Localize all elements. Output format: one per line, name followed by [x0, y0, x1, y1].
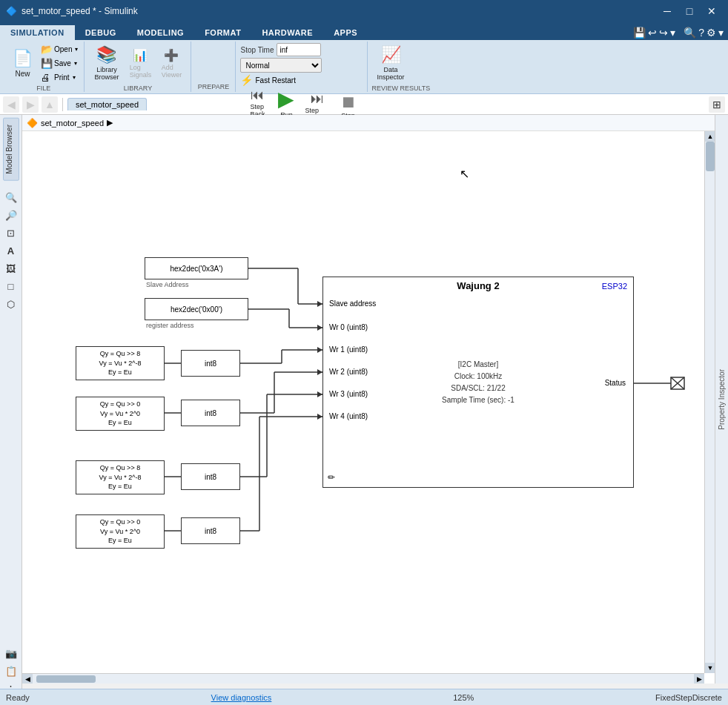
- maximize-button[interactable]: □: [679, 3, 700, 19]
- help-icon[interactable]: ?: [698, 27, 704, 39]
- svg-marker-34: [317, 391, 322, 397]
- scroll-thumb-v[interactable]: [706, 142, 715, 171]
- titlebar: 🔷 set_motor_speed * - Simulink ─ □ ✕: [0, 0, 728, 22]
- rect-tool[interactable]: □: [3, 279, 19, 295]
- step-forward-icon: ⏭: [311, 91, 324, 107]
- new-button[interactable]: 📄 New: [7, 43, 38, 83]
- svg-marker-32: [317, 347, 322, 353]
- window-title: set_motor_speed * - Simulink: [21, 6, 138, 16]
- stop-time-input[interactable]: [277, 43, 321, 56]
- main-wrapper: Model Browser 🔍 🔎 ⊡ A 🖼 □ ⬡ 📷 📋 ⋮ 🔶 set_…: [0, 115, 728, 700]
- prepare-group: PREPARE: [191, 42, 236, 92]
- ribbon-collapse-icon[interactable]: ▾: [718, 27, 724, 39]
- fit-view-tool[interactable]: ⊡: [3, 225, 19, 242]
- up-button: ▲: [42, 96, 58, 113]
- ribbon: SIMULATION DEBUG MODELING FORMAT HARDWAR…: [0, 22, 728, 94]
- vertical-scrollbar[interactable]: ▲ ▼: [704, 131, 715, 673]
- tab-simulation[interactable]: SIMULATION: [0, 25, 75, 40]
- toolbar-area: ◀ ▶ ▲ set_motor_speed ⊞: [0, 94, 728, 115]
- wajung-block[interactable]: Wajung 2 ESP32 Slave address Wr 0 (uint8…: [322, 277, 634, 488]
- hex2-block[interactable]: hex2dec('0x00'): [145, 298, 248, 320]
- model-browser-tab[interactable]: Model Browser: [3, 118, 19, 181]
- data-inspector-button[interactable]: 📈 DataInspector: [372, 43, 410, 83]
- horizontal-scrollbar[interactable]: ◀ ▶: [22, 673, 704, 684]
- ribbon-content: 📄 New 📂 Open ▾ 💾 Save ▾ 🖨: [0, 40, 728, 93]
- options-icon[interactable]: ⚙: [707, 27, 716, 39]
- text-tool[interactable]: A: [3, 243, 19, 259]
- status-bar: Ready View diagnostics 125% FixedStepDis…: [0, 689, 728, 705]
- breadcrumb-arrow: ▶: [107, 118, 113, 128]
- scroll-left-btn[interactable]: ◀: [22, 674, 33, 684]
- latch1-block[interactable]: Qy = Qu >> 8Vy = Vu * 2^-8Ey = Eu: [76, 346, 165, 380]
- scroll-right-btn[interactable]: ▶: [694, 674, 704, 684]
- diagram-canvas[interactable]: hex2dec('0x3A') Slave Address hex2dec('0…: [22, 131, 704, 684]
- save-quick-btn[interactable]: 💾: [633, 27, 646, 39]
- solver-label: FixedStepDiscrete: [655, 693, 722, 702]
- edit-icon[interactable]: ✏: [328, 472, 335, 483]
- tab-debug[interactable]: DEBUG: [75, 25, 127, 40]
- simulate-group: Stop Time Normal Accelerator Rapid Accel…: [236, 42, 367, 92]
- clipboard-tool[interactable]: 📋: [3, 663, 19, 679]
- hex1-block[interactable]: hex2dec('0x3A'): [145, 257, 248, 279]
- input-wr0: Wr 0 (uint8): [329, 323, 368, 331]
- open-icon: 📂: [41, 44, 53, 55]
- esp32-label: ESP32: [602, 282, 627, 291]
- tab-apps[interactable]: APPS: [323, 25, 368, 40]
- shape-tool[interactable]: ⬡: [3, 297, 19, 313]
- tab-format[interactable]: FORMAT: [194, 25, 251, 40]
- screenshot-tool[interactable]: 📷: [3, 645, 19, 661]
- stop-time-label: Stop Time: [240, 46, 274, 54]
- scroll-down-btn[interactable]: ▼: [705, 663, 715, 673]
- image-tool[interactable]: 🖼: [3, 261, 19, 277]
- canvas-area[interactable]: 🔶 set_motor_speed ▶: [22, 115, 715, 684]
- svg-marker-33: [317, 369, 322, 375]
- tab-modeling[interactable]: MODELING: [127, 25, 194, 40]
- add-viewer-button: ➕ AddViewer: [156, 43, 186, 83]
- zoom-in-tool[interactable]: 🔍: [3, 190, 19, 206]
- save-button[interactable]: 💾 Save ▾: [39, 57, 79, 70]
- latch2-block[interactable]: Qy = Qu >> 0Vy = Vu * 2^0Ey = Eu: [76, 397, 165, 431]
- data-inspector-icon: 📈: [381, 45, 401, 64]
- fast-restart-icon: ⚡: [240, 74, 253, 86]
- new-icon: 📄: [13, 49, 33, 68]
- review-results-group: 📈 DataInspector REVIEW RESULTS: [368, 42, 435, 92]
- view-diagnostics-link[interactable]: View diagnostics: [211, 693, 272, 702]
- open-button[interactable]: 📂 Open ▾: [39, 43, 79, 56]
- back-button: ◀: [3, 96, 19, 113]
- scroll-thumb-h[interactable]: [36, 675, 96, 683]
- add-viewer-icon: ➕: [164, 48, 179, 62]
- tab-hardware[interactable]: HARDWARE: [251, 25, 323, 40]
- close-button[interactable]: ✕: [701, 3, 722, 19]
- breadcrumb-path[interactable]: set_motor_speed: [41, 119, 104, 128]
- library-group-label: LIBRARY: [124, 83, 152, 92]
- scroll-up-btn[interactable]: ▲: [705, 131, 715, 142]
- review-results-label: REVIEW RESULTS: [372, 83, 431, 92]
- int8-3-block[interactable]: int8: [181, 463, 240, 490]
- latch4-block[interactable]: Qy = Qu >> 0Vy = Vu * 2^0Ey = Eu: [76, 514, 165, 549]
- int8-1-block[interactable]: int8: [181, 350, 240, 377]
- sim-mode-select[interactable]: Normal Accelerator Rapid Accelerator: [240, 58, 322, 73]
- model-tab[interactable]: set_motor_speed: [67, 98, 147, 110]
- search-icon[interactable]: 🔍: [684, 27, 696, 39]
- output-status: Status: [605, 378, 626, 386]
- int8-2-block[interactable]: int8: [181, 400, 240, 426]
- print-button[interactable]: 🖨 Print ▾: [39, 71, 79, 84]
- redo-quick-btn[interactable]: ↪: [659, 27, 668, 39]
- zoom-out-tool[interactable]: 🔎: [3, 208, 19, 224]
- library-icon: 📚: [96, 45, 116, 64]
- latch3-block[interactable]: Qy = Qu >> 8Vy = Vu * 2^-8Ey = Eu: [76, 460, 165, 494]
- stop-icon: ⏹: [340, 93, 357, 112]
- svg-marker-31: [317, 325, 322, 331]
- undo-quick-btn[interactable]: ↩: [648, 27, 657, 39]
- wajung-title: Wajung 2: [326, 280, 630, 291]
- minimize-button[interactable]: ─: [657, 3, 678, 19]
- library-browser-button[interactable]: 📚 LibraryBrowser: [89, 43, 124, 83]
- toggle-view-button[interactable]: ⊞: [709, 96, 725, 113]
- app-icon: 🔷: [6, 6, 17, 16]
- file-group-label: FILE: [36, 83, 50, 92]
- input-wr2: Wr 2 (uint8): [329, 368, 368, 376]
- left-sidebar: Model Browser 🔍 🔎 ⊡ A 🖼 □ ⬡ 📷 📋 ⋮: [0, 115, 22, 700]
- fast-restart-row[interactable]: ⚡ Fast Restart: [240, 74, 322, 86]
- log-signals-icon: 📊: [133, 48, 148, 62]
- int8-4-block[interactable]: int8: [181, 517, 240, 544]
